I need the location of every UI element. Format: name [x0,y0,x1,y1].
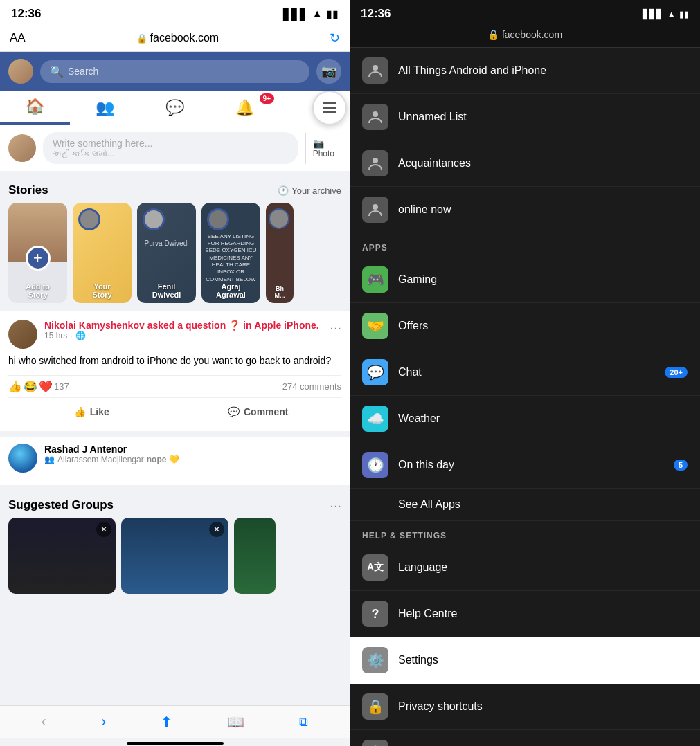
post-author-avatar [8,320,37,349]
like-button[interactable]: 👍 Like [8,401,175,423]
search-text: Search [68,66,98,77]
menu-list: All Things Android and iPhone Unnamed Li… [350,48,700,746]
url-bar[interactable]: AA 🔒 facebook.com ↻ [0,25,350,52]
your-story-label: YourStory [73,282,132,299]
right-signal-icon: ▋▋▋ [643,9,663,19]
group-close-1[interactable]: ✕ [96,522,111,537]
menu-item-unnamed-list[interactable]: Unnamed List [350,94,700,140]
right-url-bar[interactable]: 🔒 facebook.com [350,25,700,48]
second-post-avatar [8,444,37,473]
bookmarks-button[interactable]: 📖 [227,713,244,730]
aa-label: AA [10,31,26,45]
menu-item-chat[interactable]: 💬 Chat 20+ [350,349,700,396]
partial-story-label: BhM... [266,285,294,299]
heart-emoji: ❤️ [39,380,53,393]
right-status-icons: ▋▋▋ ▲ ▮▮ [643,9,689,19]
suggested-groups-more[interactable]: ··· [330,498,341,513]
post-more-button[interactable]: ··· [330,320,341,336]
comment-button[interactable]: 💬 Comment [175,401,342,423]
section-help-label: HELP & SETTINGS [350,521,700,545]
fb-nav: 🏠 👥 💬 🔔 9+ [0,91,350,125]
offers-icon: 🤝 [362,313,388,339]
url-text: facebook.com [150,32,219,44]
agraj-story-card[interactable]: SEE ANY LISTING FOR REGARDING BEDS OXYGE… [201,203,260,303]
left-panel: 12:36 ▋▋▋ ▲ ▮▮ AA 🔒 facebook.com ↻ 🔍 Sea… [0,0,350,746]
group-card-1[interactable]: ✕ [8,518,116,594]
menu-item-on-this-day[interactable]: 🕐 On this day 5 [350,442,700,489]
post-reactions: 👍 😂 ❤️ 137 274 comments [8,375,341,398]
stories-title: Stories [8,183,48,197]
camera-button[interactable]: 📷 [316,59,341,84]
fenil-story-card[interactable]: Purva Dwivedi FenilDwivedi [137,203,196,303]
suggested-groups-header: Suggested Groups ··· [0,491,350,518]
tabs-button[interactable]: ⧉ [299,715,308,729]
right-url-text: facebook.com [502,29,562,40]
nav-friends[interactable]: 👥 [70,91,140,125]
language-label: Language [398,561,688,574]
menu-item-language[interactable]: A文 Language [350,545,700,591]
signal-icon: ▋▋▋ [283,8,308,21]
menu-item-see-all-apps[interactable]: See All Apps [350,489,700,521]
right-lock-icon: 🔒 [487,29,499,40]
nav-messenger[interactable]: 💬 [140,91,210,125]
on-this-day-label: On this day [398,459,664,471]
photo-button[interactable]: 📷 Photo [305,133,341,164]
right-battery-icon: ▮▮ [679,9,689,19]
hamburger-menu-button[interactable] [312,91,347,125]
nav-notifications[interactable]: 🔔 9+ [210,91,280,125]
menu-item-all-things[interactable]: All Things Android and iPhone [350,48,700,94]
menu-item-help-centre[interactable]: ? Help Centre [350,591,700,637]
svg-point-5 [373,158,378,163]
fb-search-box[interactable]: 🔍 Search [40,60,309,83]
menu-item-online-now[interactable]: online now [350,187,700,233]
back-button[interactable]: ‹ [42,713,46,731]
menu-item-gaming[interactable]: 🎮 Gaming [350,257,700,303]
post-composer: Write something here... અહીં કઈક લખો... … [0,125,350,171]
partial-story-card[interactable]: BhM... [266,203,294,303]
agraj-story-label: AgrajAgrawal [201,282,260,299]
left-status-icons: ▋▋▋ ▲ ▮▮ [283,8,339,21]
url-display[interactable]: 🔒 facebook.com [136,32,219,44]
post-text: hi who switched from android to iPhone d… [8,354,341,368]
lock-icon: 🔒 [136,33,147,44]
nav-home[interactable]: 🏠 [0,91,70,125]
stories-header: Stories 🕐 Your archive [0,176,350,203]
menu-item-terms[interactable]: 📋 Terms & Policies [350,730,700,746]
forward-button[interactable]: › [101,713,106,731]
second-post-card: Rashad J Antenor 👥 Allarassem Madjilenga… [0,437,350,485]
acquaintances-icon [362,150,388,176]
stories-archive[interactable]: 🕐 Your archive [278,185,341,196]
your-story-card[interactable]: YourStory [73,203,132,303]
battery-icon: ▮▮ [326,8,339,21]
menu-item-offers[interactable]: 🤝 Offers [350,303,700,349]
chat-icon: 💬 [362,359,388,385]
add-story-card[interactable]: + Add toStory [8,203,67,303]
second-post-user: Rashad J Antenor 👥 Allarassem Madjilenga… [8,444,341,473]
settings-icon: ⚙️ [362,647,388,673]
refresh-icon[interactable]: ↻ [330,30,340,46]
menu-item-weather[interactable]: ☁️ Weather [350,396,700,442]
wifi-icon: ▲ [312,8,323,20]
group-close-2[interactable]: ✕ [209,522,224,537]
post-input[interactable]: Write something here... અહીં કઈક લખો... [43,132,298,164]
weather-icon: ☁️ [362,406,388,432]
post-user-row: Nikolai Kamyshenkov asked a question ❓ i… [8,320,341,349]
see-all-apps-label: See All Apps [398,498,688,511]
group-card-2[interactable]: ✕ [121,518,228,594]
on-this-day-icon: 🕐 [362,452,388,478]
second-post-name: Rashad J Antenor [44,444,341,455]
post-placeholder-2: અહીં કઈક લખો... [53,149,289,158]
menu-item-privacy[interactable]: 🔒 Privacy shortcuts [350,684,700,730]
chat-badge: 20+ [665,367,688,378]
left-status-time: 12:36 [11,7,41,21]
menu-item-acquaintances[interactable]: Acquaintances [350,140,700,187]
share-button[interactable]: ⬆ [161,713,172,730]
thumbs-up-icon: 👍 [74,406,86,417]
search-icon: 🔍 [50,65,64,78]
right-status-time: 12:36 [361,7,391,21]
menu-item-settings[interactable]: ⚙️ Settings [350,637,700,684]
group-card-3[interactable] [234,518,276,594]
svg-rect-0 [323,102,336,104]
on-this-day-badge: 5 [674,460,688,471]
fb-profile-avatar[interactable] [8,59,33,84]
